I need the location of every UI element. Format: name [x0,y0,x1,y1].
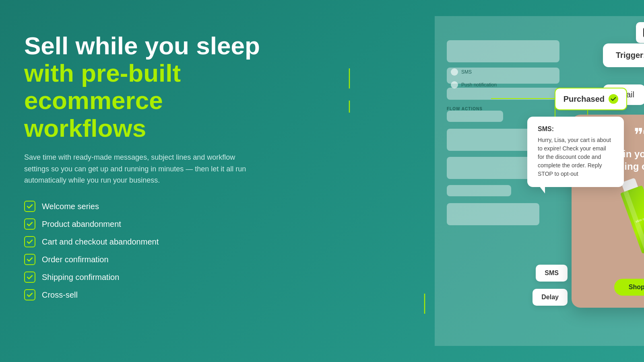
check-icon [24,254,35,265]
bg-node-6 [447,157,539,179]
quote-decoration: ❞❛❞ [634,126,644,144]
bg-node-4 [447,111,503,122]
purchased-label: Purchased [564,95,605,104]
sms-node: SMS [536,265,568,282]
check-icon [24,218,35,230]
sms-card: SMS: Hurry, Lisa, your cart is about to … [527,117,624,187]
abandoned-cart-header: K Abandoned Cart [636,22,644,43]
check-icon [24,289,35,300]
headline-line3: ecommerce [24,87,274,114]
trigger-box: Trigger: Abandoned cart [603,43,644,67]
shop-now-button[interactable]: Shop now [614,279,644,296]
list-item: Product abandonment [24,218,274,230]
flow-actions-label: FLOW ACTIONS [447,107,483,111]
feature-checklist: Welcome series Product abandonment Cart … [24,201,274,300]
sms-card-label: SMS: [538,125,613,133]
product-tube: skin care [617,176,644,273]
bg-node-5 [447,129,539,151]
delay-node-label: Delay [541,294,559,300]
check-icon [24,201,35,212]
list-item: Cross-sell [24,289,274,300]
list-item: Order confirmation [24,254,274,265]
headline-line1: Sell while you sleep [24,32,274,60]
list-item: Welcome series [24,201,274,212]
purchased-check-icon [609,94,618,104]
sms-option: SMS [451,68,472,76]
right-panel: SMS Push notification FLOW ACTIONS K Aba… [282,0,644,362]
delay-node: Delay [533,289,568,306]
sms-node-label: SMS [545,269,559,276]
purchased-badge: Purchased [555,88,627,110]
bg-node-8 [447,203,539,225]
check-icon [24,236,35,247]
push-option: Push notification [451,81,497,88]
left-panel: Sell while you sleep with pre-built ecom… [24,32,274,300]
headline-line4: workflows [24,115,274,142]
bg-node-7 [447,185,511,196]
check-icon [24,272,35,283]
list-item: Cart and checkout abandonment [24,236,274,247]
subtitle-text: Save time with ready-made messages, subj… [24,152,258,186]
headline-line2: with pre-built [24,60,274,87]
purchased-connector [491,98,555,99]
sms-card-message: Hurry, Lisa, your cart is about to expir… [538,136,613,178]
list-item: Shipping confirmation [24,272,274,283]
sms-tail [539,186,545,193]
bg-node-1 [447,40,559,62]
trigger-label: Trigger: [616,51,644,60]
